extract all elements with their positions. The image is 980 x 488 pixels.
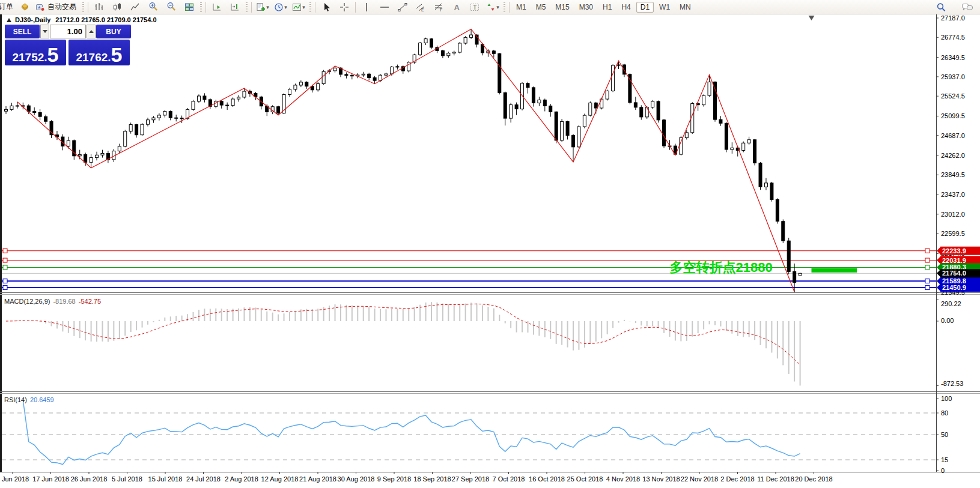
svg-text:24262.0: 24262.0 <box>941 152 965 159</box>
svg-text:21 Aug 2018: 21 Aug 2018 <box>299 475 336 483</box>
toolbar-grip[interactable] <box>246 2 248 12</box>
text-label-icon: T <box>470 2 479 12</box>
vertical-line-button[interactable] <box>358 1 376 14</box>
timeframe-button-H4[interactable]: H4 <box>617 2 635 13</box>
autotrading-button[interactable]: 自动交易 <box>34 1 81 14</box>
macd-signal-value: -542.75 <box>79 298 101 305</box>
search-button[interactable] <box>932 1 950 14</box>
svg-text:15 Jul 2018: 15 Jul 2018 <box>148 475 183 483</box>
toolbar-grip[interactable] <box>309 2 311 12</box>
text-button[interactable]: A <box>448 1 466 14</box>
svg-text:9 Sep 2018: 9 Sep 2018 <box>377 475 411 483</box>
indicators-button[interactable]: ▾ <box>290 1 308 14</box>
indicators-icon <box>292 2 302 12</box>
vertical-line-icon <box>362 2 371 12</box>
zoom-out-button[interactable] <box>162 1 180 14</box>
sell-button[interactable]: SELL <box>5 25 40 38</box>
text-label-button[interactable]: T <box>466 1 484 14</box>
rsi-value: 20.6459 <box>30 396 54 403</box>
svg-text:4 Nov 2018: 4 Nov 2018 <box>606 475 640 483</box>
timeframe-button-M5[interactable]: M5 <box>532 2 550 13</box>
arrows-button[interactable]: ▾ <box>484 1 502 14</box>
macd-main-value: -819.68 <box>53 298 75 305</box>
timeframe-button-M15[interactable]: M15 <box>551 2 573 13</box>
volume-increase-button[interactable] <box>87 25 96 38</box>
svg-text:7 Oct 2018: 7 Oct 2018 <box>493 475 525 483</box>
svg-text:17 Jun 2018: 17 Jun 2018 <box>32 475 69 483</box>
auto-scroll-button[interactable] <box>208 1 226 14</box>
volume-input[interactable] <box>50 25 86 38</box>
collapse-triangle-icon[interactable] <box>7 18 11 22</box>
gold-order-icon <box>20 2 30 12</box>
chinese-annotation-text: 多空转折点21880 <box>669 260 772 275</box>
symbol-info-line[interactable]: DJ30-,Daily 21712.0 21765.0 21709.0 2175… <box>7 16 157 23</box>
profiles-button[interactable]: ▾ <box>272 1 290 14</box>
candlestick-chart-button[interactable] <box>108 1 126 14</box>
chart-area[interactable]: 多空转折点2188027187.026774.526349.525937.025… <box>0 0 980 488</box>
svg-text:22031.9: 22031.9 <box>942 257 966 264</box>
svg-text:13 Nov 2018: 13 Nov 2018 <box>642 475 680 483</box>
horizontal-line-button[interactable] <box>376 1 394 14</box>
svg-text:F: F <box>440 8 442 12</box>
timeframe-button-M1[interactable]: M1 <box>512 2 531 13</box>
svg-text:26774.5: 26774.5 <box>941 34 965 41</box>
trendline-button[interactable] <box>394 1 412 14</box>
svg-text:100: 100 <box>941 395 952 402</box>
sell-price-box[interactable]: 21752.5 <box>5 40 66 65</box>
svg-text:0.00: 0.00 <box>941 317 954 324</box>
svg-text:18 Sep 2018: 18 Sep 2018 <box>413 475 451 483</box>
new-order-button[interactable] <box>16 1 34 14</box>
toolbar-grip[interactable] <box>504 2 505 12</box>
svg-text:A: A <box>454 2 460 11</box>
equidistant-channel-button[interactable]: E <box>412 1 430 14</box>
buy-price-box[interactable]: 21762.5 <box>68 40 130 65</box>
spinner-down-icon <box>43 30 47 33</box>
svg-text:12 Aug 2018: 12 Aug 2018 <box>261 475 299 483</box>
chart-shift-button[interactable] <box>226 1 244 14</box>
svg-text:23437.0: 23437.0 <box>941 191 965 198</box>
crosshair-icon <box>339 2 349 12</box>
line-chart-icon <box>130 2 140 12</box>
candlestick-chart-icon <box>112 2 122 12</box>
cursor-button[interactable] <box>317 1 335 14</box>
svg-text:27 Sep 2018: 27 Sep 2018 <box>452 475 489 483</box>
line-chart-button[interactable] <box>126 1 144 14</box>
svg-text:30 Aug 2018: 30 Aug 2018 <box>338 475 375 483</box>
svg-text:22233.9: 22233.9 <box>942 247 966 255</box>
svg-text:50: 50 <box>941 431 948 438</box>
timeframe-button-D1[interactable]: D1 <box>636 2 654 13</box>
trendline-icon <box>398 2 407 12</box>
svg-text:22599.5: 22599.5 <box>941 230 965 237</box>
timeframe-button-W1[interactable]: W1 <box>655 2 674 13</box>
svg-text:16 Oct 2018: 16 Oct 2018 <box>529 475 565 483</box>
svg-text:24 Jul 2018: 24 Jul 2018 <box>186 475 221 483</box>
timeframe-button-H1[interactable]: H1 <box>598 2 616 13</box>
main-toolbar: 订单 自动交易 ▾ ▾ ▾ E F A T ▾ M1M5M15M30H1H4D1… <box>0 0 980 14</box>
one-click-trading-panel: SELL BUY 21752.5 21762.5 <box>5 25 130 65</box>
new-order-label[interactable]: 订单 <box>0 2 16 12</box>
zoom-in-button[interactable] <box>144 1 162 14</box>
sell-price-pip: 5 <box>47 47 59 63</box>
new-chart-button[interactable]: ▾ <box>254 1 272 14</box>
timeframe-button-M30[interactable]: M30 <box>575 2 597 13</box>
crosshair-button[interactable] <box>335 1 353 14</box>
fibonacci-button[interactable]: F <box>430 1 448 14</box>
svg-text:20 Dec 2018: 20 Dec 2018 <box>795 475 832 483</box>
toolbar-grip[interactable] <box>82 2 84 12</box>
toolbar-separator <box>88 2 88 13</box>
toolbar-separator <box>315 2 315 13</box>
toolbar-grip[interactable] <box>200 2 202 12</box>
auto-scroll-icon <box>212 2 222 12</box>
macd-name: MACD(12,26,9) <box>4 298 50 305</box>
svg-text:11 Dec 2018: 11 Dec 2018 <box>757 475 794 483</box>
rsi-label: RSI(14)20.6459 <box>4 396 54 403</box>
bar-chart-icon <box>94 2 104 12</box>
timeframe-button-MN[interactable]: MN <box>675 2 695 13</box>
chat-button[interactable] <box>958 1 976 14</box>
tile-windows-button[interactable] <box>180 1 198 14</box>
volume-decrease-button[interactable] <box>40 25 49 38</box>
svg-text:2 Dec 2018: 2 Dec 2018 <box>720 475 754 483</box>
text-icon: A <box>452 2 461 12</box>
buy-button[interactable]: BUY <box>96 25 131 38</box>
bar-chart-button[interactable] <box>90 1 108 14</box>
